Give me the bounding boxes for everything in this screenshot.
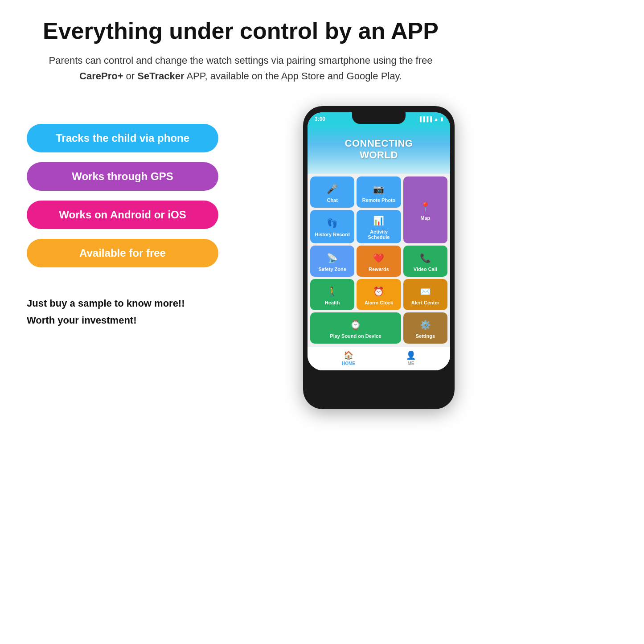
nav-home[interactable]: 🏠 HOME — [342, 350, 355, 366]
health-icon: 🚶 — [327, 286, 338, 297]
map-icon: 📍 — [420, 201, 431, 212]
tile-rewards[interactable]: ❤️ Rewards — [357, 246, 401, 277]
alarm-icon: ⏰ — [373, 286, 384, 297]
app-brand-name: CONNECTING WORLD — [345, 138, 413, 161]
alert-icon: ✉️ — [420, 286, 431, 297]
phone-mockup: 3:00 ▐▐▐▐ ▲ ▮ CONNECTING WORLD 🎤 — [303, 106, 455, 409]
status-time: 3:00 — [315, 116, 325, 122]
phone-body: 3:00 ▐▐▐▐ ▲ ▮ CONNECTING WORLD 🎤 — [303, 106, 455, 409]
tile-map[interactable]: 📍 Map — [403, 176, 447, 243]
chat-icon: 🎤 — [327, 184, 338, 194]
tile-play-sound[interactable]: ⌚ Play Sound on Device — [310, 312, 401, 344]
app-header-banner: CONNECTING WORLD — [308, 125, 450, 174]
tile-history-record[interactable]: 👣 History Record — [310, 210, 354, 243]
status-icons: ▐▐▐▐ ▲ ▮ — [418, 116, 443, 122]
settings-icon: ⚙️ — [420, 320, 431, 330]
tile-remote-photo[interactable]: 📷 Remote Photo — [357, 176, 401, 208]
tile-activity-schedule[interactable]: 📊 Activity Schedule — [357, 210, 401, 243]
camera-icon: 📷 — [373, 184, 384, 194]
battery-icon: ▮ — [440, 116, 443, 122]
footprint-icon: 👣 — [327, 218, 338, 229]
tile-alert-center[interactable]: ✉️ Alert Center — [403, 279, 447, 310]
schedule-icon: 📊 — [373, 215, 384, 226]
feature-gps: Works through GPS — [27, 162, 218, 191]
header-section: Everything under control by an APP Paren… — [27, 18, 455, 84]
bottom-navigation: 🏠 HOME 👤 ME — [308, 346, 450, 370]
app-grid: 🎤 Chat 📷 Remote Photo 📍 Map 👣 History Re… — [308, 174, 450, 346]
home-icon: 🏠 — [344, 350, 353, 360]
features-panel: Tracks the child via phone Works through… — [27, 106, 303, 328]
safety-icon: 📡 — [327, 253, 338, 263]
call-to-action: Just buy a sample to know more!! Worth y… — [27, 295, 290, 328]
wifi-icon: ▲ — [434, 116, 439, 122]
main-title: Everything under control by an APP — [27, 18, 455, 45]
tile-chat[interactable]: 🎤 Chat — [310, 176, 354, 208]
phone-notch — [352, 112, 406, 124]
tile-health[interactable]: 🚶 Health — [310, 279, 354, 310]
content-area: Tracks the child via phone Works through… — [27, 106, 455, 409]
tile-alarm-clock[interactable]: ⏰ Alarm Clock — [357, 279, 401, 310]
tile-safety-zone[interactable]: 📡 Safety Zone — [310, 246, 354, 277]
watch-icon: ⌚ — [350, 320, 361, 330]
feature-tracks: Tracks the child via phone — [27, 124, 218, 152]
profile-icon: 👤 — [406, 350, 416, 360]
tile-settings[interactable]: ⚙️ Settings — [403, 312, 447, 344]
header-description: Parents can control and change the watch… — [27, 53, 455, 84]
feature-free: Available for free — [27, 239, 218, 267]
signal-icon: ▐▐▐▐ — [418, 116, 432, 122]
nav-me[interactable]: 👤 ME — [406, 350, 416, 366]
feature-android: Works on Android or iOS — [27, 201, 218, 229]
videocall-icon: 📞 — [420, 253, 431, 263]
heart-icon: ❤️ — [373, 253, 384, 263]
phone-screen: 3:00 ▐▐▐▐ ▲ ▮ CONNECTING WORLD 🎤 — [308, 112, 450, 370]
tile-video-call[interactable]: 📞 Video Call — [403, 246, 447, 277]
